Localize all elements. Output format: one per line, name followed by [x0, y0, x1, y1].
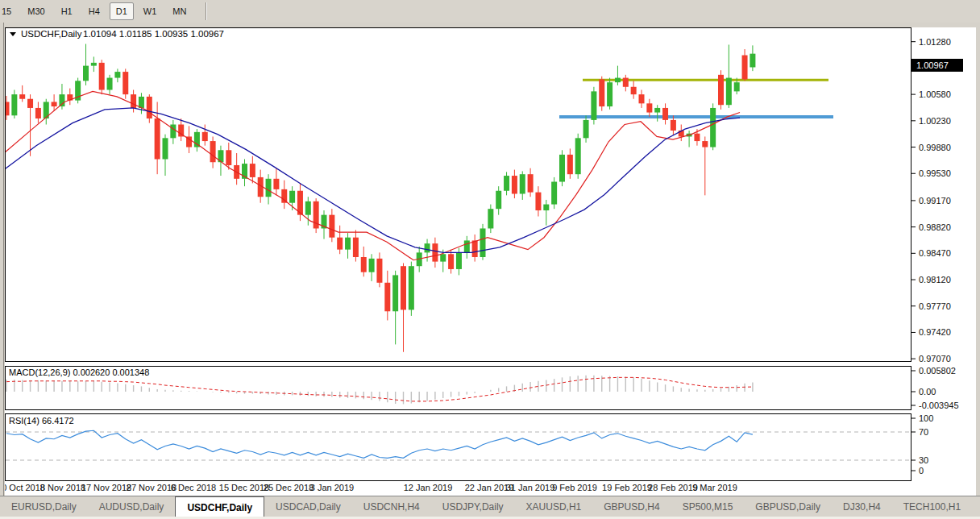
timeframe-button-D1[interactable]: D1: [110, 2, 134, 20]
date-axis-label: 30 Oct 2018: [0, 483, 45, 492]
date-axis-label: 17 Nov 2018: [81, 483, 131, 492]
tab-eurusd-daily[interactable]: EURUSD,Daily: [0, 496, 88, 517]
macd-axis-label: -0.003945: [919, 401, 959, 410]
date-axis-label: 25 Dec 2018: [264, 483, 314, 492]
date-axis-label: 31 Jan 2019: [506, 483, 555, 492]
rsi-axis-label: 0: [919, 466, 924, 475]
toolbar-separator: [206, 2, 207, 20]
price-axis-label: 0.97770: [919, 301, 951, 311]
timeframe-button-M30[interactable]: M30: [21, 2, 51, 20]
date-axis-label: 27 Nov 2018: [127, 483, 176, 492]
price-axis-label: 0.97070: [919, 354, 951, 363]
price-axis-label: 0.98820: [919, 222, 951, 232]
date-axis-label: 19 Feb 2019: [602, 483, 652, 492]
tab-usdchf-daily[interactable]: USDCHF,Daily: [175, 496, 264, 517]
tab-dj30-h4[interactable]: DJ30,H4: [832, 496, 892, 517]
rsi-axis-label: 100: [919, 413, 933, 423]
tab-gbpusd-h4[interactable]: GBPUSD,H4: [592, 496, 671, 517]
price-axis-label: 0.99880: [919, 143, 951, 152]
timeframe-toolbar: 15M30H1H4D1W1MN: [0, 0, 980, 23]
macd-axis-label: 0.00: [919, 387, 936, 397]
tab-usdcad-daily[interactable]: USDCAD,Daily: [264, 496, 352, 517]
date-axis-label: 3 Jan 2019: [310, 483, 354, 492]
current-price-tag-text: 1.00967: [916, 60, 949, 70]
terminal-window: 15M30H1H4D1W1MN 1.012801.005801.002300.9…: [0, 0, 980, 519]
date-axis-label: 9 Feb 2019: [552, 483, 597, 492]
rsi-axis-label: 30: [919, 455, 928, 465]
window-right-edge: [976, 23, 980, 496]
chart-symbol-title: USDCHF,Daily: [21, 29, 82, 39]
macd-axis-label: 0.005802: [919, 366, 956, 376]
date-axis-label: 28 Feb 2019: [648, 483, 698, 492]
price-axis-label: 0.97420: [919, 327, 951, 337]
price-axis-label: 1.00230: [919, 116, 951, 126]
date-axis-label: 6 Dec 2018: [171, 483, 216, 492]
price-axis-label: 0.99170: [919, 196, 951, 206]
timeframe-button-H4[interactable]: H4: [82, 2, 106, 20]
price-axis-label: 1.01280: [919, 37, 951, 47]
chart-ohlc-values: 1.01094 1.01185 1.00935 1.00967: [83, 29, 224, 39]
chart-tabs-bar: EURUSD,DailyAUDUSD,DailyUSDCHF,DailyUSDC…: [0, 496, 980, 517]
chart-background: [5, 27, 976, 481]
price-axis-label: 1.00580: [919, 89, 951, 99]
timeframe-button-W1[interactable]: W1: [137, 2, 164, 20]
rsi-axis-label: 70: [919, 427, 928, 437]
tab-audusd-daily[interactable]: AUDUSD,Daily: [88, 496, 176, 517]
chart-workspace[interactable]: 1.012801.005801.002300.998800.995300.991…: [0, 23, 980, 496]
price-axis-label: 0.98120: [919, 275, 951, 284]
price-axis-label: 0.99530: [919, 168, 951, 178]
tab-sp500-m15[interactable]: SP500,M15: [671, 496, 745, 517]
date-axis-label: 8 Nov 2018: [40, 483, 85, 492]
timeframe-button-H1[interactable]: H1: [55, 2, 79, 20]
tab-usdjpy-daily[interactable]: USDJPY,Daily: [431, 496, 515, 517]
window-left-edge: [0, 23, 5, 496]
tab-tech100-h1[interactable]: TECH100,H1: [892, 496, 972, 517]
macd-title: MACD(12,26,9) 0.002620 0.001348: [9, 367, 149, 377]
timeframe-button-15[interactable]: 15: [0, 2, 18, 20]
tab-usdcnh-h4[interactable]: USDCNH,H4: [352, 496, 431, 517]
rsi-title: RSI(14) 66.4172: [9, 416, 74, 426]
date-axis-label: 9 Mar 2019: [692, 483, 737, 492]
tab-ukc[interactable]: UKC: [972, 496, 980, 517]
tab-gbpusd-daily[interactable]: GBPUSD,Daily: [744, 496, 832, 517]
timeframe-button-MN[interactable]: MN: [166, 2, 193, 20]
date-axis-label: 12 Jan 2019: [404, 483, 453, 492]
date-axis-label: 15 Dec 2018: [219, 483, 269, 492]
tab-xauusd-h1[interactable]: XAUUSD,H1: [515, 496, 593, 517]
price-axis-label: 0.98470: [919, 248, 951, 258]
